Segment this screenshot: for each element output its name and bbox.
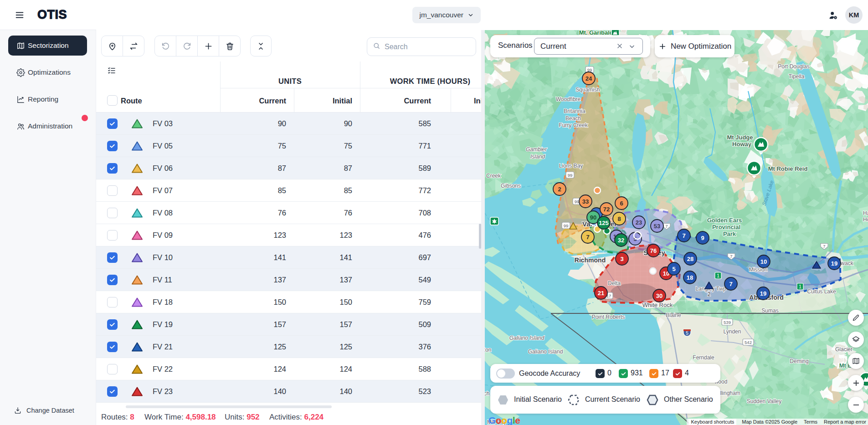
svg-text:Blaine: Blaine: [666, 312, 681, 318]
svg-text:Island: Island: [530, 154, 545, 160]
svg-text:Beach: Beach: [565, 115, 581, 122]
svg-text:Lynden: Lynden: [724, 328, 741, 335]
svg-text:7: 7: [665, 224, 668, 229]
svg-text:7: 7: [586, 234, 589, 241]
svg-text:7: 7: [729, 281, 732, 287]
svg-text:3: 3: [620, 256, 623, 262]
svg-text:99: 99: [568, 173, 573, 178]
svg-text:2: 2: [558, 186, 561, 193]
svg-text:Sudden Valley: Sudden Valley: [747, 398, 782, 405]
svg-text:Tipella: Tipella: [789, 73, 805, 80]
svg-text:ton: ton: [485, 347, 491, 353]
svg-text:99: 99: [587, 67, 592, 72]
svg-text:99: 99: [564, 223, 569, 228]
svg-text:Creek: Creek: [486, 173, 501, 179]
svg-text:Cultus Lake: Cultus Lake: [807, 288, 836, 295]
svg-text:19: 19: [831, 260, 837, 267]
svg-text:6: 6: [620, 200, 623, 207]
svg-text:7: 7: [682, 232, 685, 239]
svg-text:Galiano Island: Galiano Island: [509, 335, 544, 341]
svg-text:28: 28: [687, 256, 693, 262]
svg-text:23: 23: [636, 219, 642, 226]
svg-text:Howay: Howay: [732, 141, 752, 148]
svg-text:Gambier: Gambier: [526, 146, 547, 153]
svg-text:90: 90: [590, 214, 596, 221]
svg-text:30: 30: [656, 292, 663, 299]
svg-text:Mt Robie Reid: Mt Robie Reid: [768, 165, 808, 172]
svg-text:8: 8: [617, 215, 621, 222]
svg-text:Port Douglas: Port Douglas: [778, 63, 809, 70]
svg-text:Furry Creek: Furry Creek: [559, 122, 588, 128]
svg-text:125: 125: [599, 220, 609, 226]
svg-text:Britannia: Britannia: [564, 108, 586, 114]
svg-text:Glacier: Glacier: [835, 346, 853, 353]
svg-text:5: 5: [686, 331, 688, 336]
svg-text:Hot: Hot: [863, 216, 868, 223]
svg-text:Galiano Island: Galiano Island: [528, 348, 563, 355]
svg-text:Provincial: Provincial: [712, 224, 740, 230]
svg-text:Woodfibre: Woodfibre: [556, 96, 581, 102]
svg-text:539: 539: [724, 320, 731, 325]
svg-text:72: 72: [603, 206, 610, 213]
svg-text:ch: ch: [485, 390, 489, 397]
svg-text:24: 24: [586, 75, 592, 82]
svg-text:Squamish: Squamish: [575, 87, 600, 93]
svg-text:Richmond: Richmond: [575, 256, 606, 264]
svg-text:10: 10: [760, 258, 767, 265]
svg-text:5: 5: [672, 266, 675, 272]
svg-text:32: 32: [618, 237, 624, 244]
svg-text:1: 1: [799, 284, 801, 289]
svg-text:Mt Judge: Mt Judge: [727, 134, 753, 141]
svg-text:Delta: Delta: [608, 280, 621, 287]
svg-text:Point Roberts: Point Roberts: [592, 314, 625, 320]
svg-text:19: 19: [760, 290, 766, 297]
svg-text:White Rock: White Rock: [642, 302, 673, 308]
svg-text:76: 76: [650, 247, 657, 254]
svg-text:Deming: Deming: [790, 358, 808, 364]
svg-text:2: 2: [708, 291, 711, 297]
svg-text:Gibsons: Gibsons: [501, 183, 521, 189]
svg-text:53: 53: [654, 223, 660, 230]
svg-text:7: 7: [730, 254, 732, 259]
svg-text:9: 9: [701, 235, 704, 241]
svg-text:33: 33: [582, 198, 589, 205]
svg-text:Sumas: Sumas: [761, 307, 778, 314]
svg-text:7: 7: [823, 244, 825, 249]
svg-text:1: 1: [717, 273, 719, 278]
svg-text:Ferndale: Ferndale: [693, 354, 714, 361]
svg-text:18: 18: [687, 274, 693, 281]
svg-text:Park: Park: [723, 230, 736, 237]
svg-text:Golden Ears: Golden Ears: [707, 217, 742, 224]
svg-text:99: 99: [575, 199, 580, 204]
svg-text:21: 21: [598, 290, 604, 297]
svg-text:Lions Bay: Lions Bay: [559, 163, 583, 169]
svg-text:Ha: Ha: [863, 210, 868, 216]
svg-text:542: 542: [745, 340, 752, 345]
